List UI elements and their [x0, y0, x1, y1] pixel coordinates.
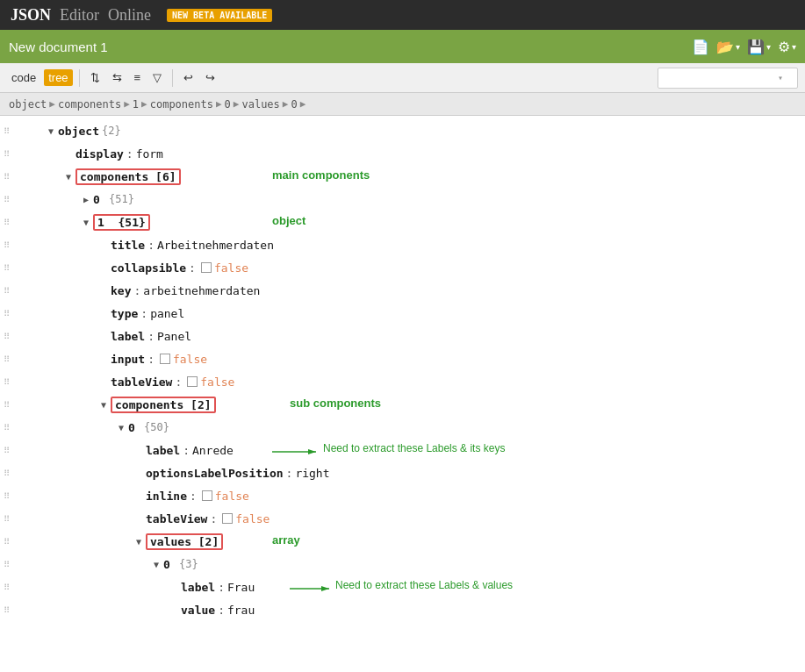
row-add-button[interactable]: + — [16, 285, 26, 296]
bc-item-values[interactable]: values — [241, 98, 279, 111]
expand-button[interactable]: ▼ — [61, 169, 75, 183]
drag-handle[interactable]: ⠿ — [4, 491, 12, 501]
row-add-button[interactable]: + — [16, 171, 26, 182]
row-del-button[interactable]: × — [27, 308, 38, 318]
row-add-button[interactable]: + — [16, 422, 26, 433]
transform-button[interactable]: ≡ — [130, 69, 146, 86]
new-document-button[interactable]: 📄 — [692, 39, 709, 55]
row-del-button[interactable]: × — [27, 422, 38, 433]
bc-item-0[interactable]: 0 — [225, 98, 231, 111]
drag-handle[interactable]: ⠿ — [4, 583, 12, 592]
row-add-button[interactable]: + — [16, 513, 26, 524]
row-add-button[interactable]: + — [16, 331, 26, 341]
bc-item-components1[interactable]: components — [58, 98, 121, 111]
row-del-button[interactable]: × — [27, 536, 38, 547]
checkbox-icon[interactable] — [202, 490, 212, 501]
redo-button[interactable]: ↪ — [201, 69, 219, 86]
bc-item-components2[interactable]: components — [150, 98, 213, 111]
row-add-button[interactable]: + — [16, 559, 26, 569]
bc-item-0b[interactable]: 0 — [291, 98, 297, 111]
checkbox-icon[interactable] — [201, 262, 212, 273]
filter-button[interactable]: ▽ — [148, 69, 166, 86]
row-del-button[interactable]: × — [27, 262, 38, 273]
expand-button[interactable]: ▼ — [97, 397, 111, 411]
row-add-button[interactable]: + — [16, 194, 26, 204]
row-add-button[interactable]: + — [16, 262, 26, 273]
drag-handle[interactable]: ⠿ — [4, 309, 12, 318]
row-add-button[interactable]: + — [16, 354, 26, 364]
row-del-button[interactable]: × — [27, 239, 38, 250]
expand-button[interactable]: ▼ — [44, 124, 58, 138]
row-del-button[interactable]: × — [27, 490, 38, 501]
drag-handle[interactable]: ⠿ — [4, 560, 12, 569]
drag-handle[interactable]: ⠿ — [4, 218, 12, 227]
undo-button[interactable]: ↩ — [179, 69, 198, 86]
sort-asc-button[interactable]: ⇅ — [86, 69, 104, 86]
row-del-button[interactable]: × — [27, 559, 38, 569]
drag-handle[interactable]: ⠿ — [4, 126, 12, 136]
drag-handle[interactable]: ⠿ — [4, 400, 12, 410]
expand-button[interactable]: ▼ — [79, 215, 93, 229]
drag-handle[interactable]: ⠿ — [4, 377, 12, 387]
row-del-button[interactable]: × — [27, 148, 38, 159]
sort-desc-button[interactable]: ⇆ — [108, 69, 126, 86]
drag-handle[interactable]: ⠿ — [4, 195, 12, 204]
save-document-button[interactable]: 💾 ▾ — [747, 39, 771, 55]
node-separator: : — [147, 330, 155, 343]
row-del-button[interactable]: × — [27, 604, 38, 615]
bc-item-object[interactable]: object — [9, 98, 47, 111]
expand-button[interactable]: ▶ — [79, 192, 93, 206]
row-del-button[interactable]: × — [27, 285, 38, 296]
drag-handle[interactable]: ⠿ — [4, 149, 12, 159]
row-add-button[interactable]: + — [16, 536, 26, 547]
row-add-button[interactable]: + — [16, 125, 26, 136]
expand-button[interactable]: ▼ — [132, 534, 146, 548]
drag-handle[interactable]: ⠿ — [4, 240, 12, 250]
drag-handle[interactable]: ⠿ — [4, 468, 12, 478]
drag-handle[interactable]: ⠿ — [4, 263, 12, 273]
row-add-button[interactable]: + — [16, 239, 26, 250]
row-add-button[interactable]: + — [16, 217, 26, 227]
row-add-button[interactable]: + — [16, 376, 26, 387]
row-add-button[interactable]: + — [16, 604, 26, 615]
checkbox-icon[interactable] — [222, 513, 233, 524]
row-add-button[interactable]: + — [16, 148, 26, 159]
row-del-button[interactable]: × — [27, 399, 38, 410]
row-del-button[interactable]: × — [27, 331, 38, 341]
row-add-button[interactable]: + — [16, 308, 26, 318]
row-del-button[interactable]: × — [27, 376, 38, 387]
search-input[interactable] — [664, 72, 778, 84]
drag-handle[interactable]: ⠿ — [4, 514, 12, 524]
drag-handle[interactable]: ⠿ — [4, 423, 12, 433]
drag-handle[interactable]: ⠿ — [4, 537, 12, 547]
drag-handle[interactable]: ⠿ — [4, 172, 12, 182]
row-del-button[interactable]: × — [27, 582, 38, 592]
settings-button[interactable]: ⚙ ▾ — [778, 39, 796, 55]
bc-item-1[interactable]: 1 — [133, 98, 139, 111]
row-del-button[interactable]: × — [27, 217, 38, 227]
drag-handle[interactable]: ⠿ — [4, 354, 12, 364]
row-del-button[interactable]: × — [27, 445, 38, 455]
row-del-button[interactable]: × — [27, 194, 38, 204]
row-del-button[interactable]: × — [27, 468, 38, 478]
row-add-button[interactable]: + — [16, 468, 26, 478]
row-del-button[interactable]: × — [27, 513, 38, 524]
code-view-button[interactable]: code — [7, 69, 40, 86]
row-del-button[interactable]: × — [27, 125, 38, 136]
open-document-button[interactable]: 📂 ▾ — [716, 39, 740, 55]
row-add-button[interactable]: + — [16, 399, 26, 410]
expand-button[interactable]: ▼ — [114, 420, 128, 434]
checkbox-icon[interactable] — [160, 354, 170, 364]
checkbox-icon[interactable] — [187, 376, 198, 387]
row-add-button[interactable]: + — [16, 490, 26, 501]
row-add-button[interactable]: + — [16, 582, 26, 592]
row-del-button[interactable]: × — [27, 354, 38, 364]
row-add-button[interactable]: + — [16, 445, 26, 455]
expand-button[interactable]: ▼ — [149, 557, 163, 571]
drag-handle[interactable]: ⠿ — [4, 446, 12, 455]
tree-view-button[interactable]: tree — [44, 69, 72, 86]
drag-handle[interactable]: ⠿ — [4, 332, 12, 341]
drag-handle[interactable]: ⠿ — [4, 286, 12, 296]
drag-handle[interactable]: ⠿ — [4, 605, 12, 615]
row-del-button[interactable]: × — [27, 171, 38, 182]
